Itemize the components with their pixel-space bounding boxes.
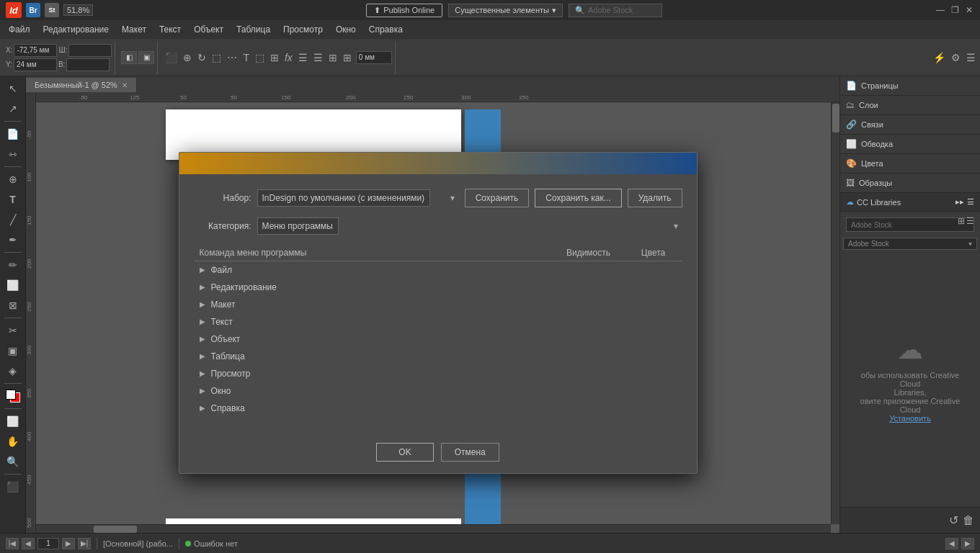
menu-window[interactable]: Окно	[330, 22, 362, 37]
scrollbar-horizontal[interactable]	[36, 524, 831, 533]
table-row[interactable]: ▶ Объект	[194, 331, 682, 348]
tool-icon-4[interactable]: ⋯	[226, 50, 239, 65]
align-center-btn[interactable]: ▣	[138, 51, 154, 64]
pencil-tool[interactable]: ✏	[3, 256, 23, 274]
workspace-selector[interactable]: Существенные элементы ▾	[448, 4, 563, 17]
gradient-swatch[interactable]: ◈	[3, 361, 23, 380]
cut-tool-alt[interactable]: ⬛	[3, 477, 23, 496]
adobe-stock-search[interactable]: 🔍 Adobe Stock	[569, 4, 662, 17]
table-row[interactable]: ▶ Просмотр	[194, 365, 682, 382]
scrollbar-thumb-v[interactable]	[832, 104, 839, 132]
preset-select[interactable]: InDesign по умолчанию (с изменениями)	[257, 189, 430, 207]
tool-icon-9[interactable]: ☰	[312, 50, 324, 65]
first-page-button[interactable]: |◀	[6, 538, 19, 549]
stroke-panel-header[interactable]: ⬜ Обводка	[840, 135, 980, 153]
delete-button[interactable]: Удалить	[628, 189, 682, 207]
tool-icon-1[interactable]: ⬛	[164, 50, 179, 65]
next-page-button[interactable]: ▶	[62, 538, 75, 549]
bridge-icon[interactable]: Br	[26, 3, 40, 17]
tool-icon-10[interactable]: ⊞	[327, 50, 339, 65]
table-row[interactable]: ▶ Окно	[194, 382, 682, 400]
menu-view[interactable]: Просмотр	[277, 22, 329, 37]
menu-row-item[interactable]: ▶ Текст	[200, 317, 547, 327]
close-button[interactable]: ✕	[964, 5, 974, 15]
tool-icon-7[interactable]: ⊞	[269, 50, 280, 65]
scrollbar-thumb-h[interactable]	[94, 526, 137, 533]
select-tool[interactable]: ↖	[3, 79, 23, 98]
menu-table[interactable]: Таблица	[231, 22, 276, 37]
cc-search-input[interactable]	[846, 217, 974, 232]
table-row[interactable]: ▶ Таблица	[194, 348, 682, 365]
shape-tool[interactable]: ⬜	[3, 276, 23, 295]
cc-list-view[interactable]: ☰	[966, 216, 974, 228]
cc-refresh-button[interactable]: ↺	[949, 513, 958, 527]
cc-menu-icon[interactable]: ☰	[967, 197, 974, 207]
view-mode[interactable]: ⬜	[3, 412, 23, 431]
menu-layout[interactable]: Макет	[116, 22, 152, 37]
type-tool[interactable]: T	[3, 190, 23, 209]
pen-tool[interactable]: ✒	[3, 230, 23, 249]
page-input[interactable]	[37, 538, 59, 549]
menu-row-item[interactable]: ▶ Объект	[200, 334, 547, 344]
color-swatch[interactable]	[3, 387, 23, 405]
stock-icon[interactable]: St	[45, 3, 59, 17]
hand-tool[interactable]: ✋	[3, 432, 23, 451]
menu-row-item[interactable]: ▶ Редактирование	[200, 282, 547, 292]
save-button[interactable]: Сохранить	[465, 189, 530, 207]
tool-icon-2[interactable]: ⊕	[182, 50, 193, 65]
cc-grid-view[interactable]: ⊞	[958, 216, 965, 228]
menu-row-item[interactable]: ▶ Таблица	[200, 351, 547, 361]
swatches-panel-header[interactable]: 🖼 Образцы	[840, 174, 980, 192]
cancel-button[interactable]: Отмена	[441, 443, 499, 462]
settings-icon[interactable]: ⚙	[950, 50, 962, 65]
table-row[interactable]: ▶ Макет	[194, 296, 682, 313]
table-row[interactable]: ▶ Файл	[194, 261, 682, 279]
cc-expand-icon[interactable]: ▸▸	[956, 197, 964, 207]
save-as-button[interactable]: Сохранить как...	[535, 189, 621, 207]
document-tab[interactable]: Безымянный-1 @ 52% ✕	[26, 78, 137, 92]
x-input[interactable]	[14, 44, 57, 57]
prev-page-button[interactable]: ◀	[22, 538, 35, 549]
category-select[interactable]: Меню программы	[257, 217, 339, 235]
menu-help[interactable]: Справка	[363, 22, 409, 37]
zoom-display[interactable]: 51,8%	[63, 4, 93, 16]
frame-tool[interactable]: ⊠	[3, 296, 23, 315]
publish-online-button[interactable]: ⬆ Publish Online	[366, 4, 442, 17]
direct-select-tool[interactable]: ↗	[3, 99, 23, 118]
pages-panel-header[interactable]: 📄 Страницы	[840, 76, 980, 95]
line-tool[interactable]: ╱	[3, 210, 23, 229]
tab-close-button[interactable]: ✕	[122, 81, 128, 89]
last-page-button[interactable]: ▶|	[78, 538, 91, 549]
table-row[interactable]: ▶ Справка	[194, 400, 682, 417]
rotate-icon[interactable]: ↻	[196, 50, 208, 65]
menu-row-item[interactable]: ▶ Просмотр	[200, 369, 547, 379]
scissors-tool[interactable]: ✂	[3, 321, 23, 340]
menu-row-item[interactable]: ▶ Окно	[200, 386, 547, 396]
y-input[interactable]	[14, 58, 57, 71]
gradient-tool[interactable]: ▣	[3, 341, 23, 360]
tool-icon-6[interactable]: ⬚	[254, 50, 266, 65]
lightning-icon[interactable]: ⚡	[932, 50, 947, 65]
hamburger-icon[interactable]: ☰	[965, 50, 977, 65]
menu-edit[interactable]: Редактирование	[37, 22, 115, 37]
table-row[interactable]: ▶ Редактирование	[194, 279, 682, 296]
page-tool[interactable]: 📄	[3, 125, 23, 143]
restore-button[interactable]: ❐	[950, 5, 960, 15]
canvas-area[interactable]: Безымянный-1 @ 52% ✕ -50 125 50 50 150 2…	[26, 76, 839, 533]
value-input[interactable]	[356, 51, 392, 64]
tool-icon-5[interactable]: T	[241, 50, 251, 65]
cc-dropdown[interactable]: Adobe Stock ▾	[843, 238, 977, 250]
ok-button[interactable]: OK	[376, 443, 433, 462]
fx-icon[interactable]: fx	[283, 50, 294, 65]
menu-object[interactable]: Объект	[188, 22, 229, 37]
align-left-btn[interactable]: ◧	[121, 51, 137, 64]
cc-delete-button[interactable]: 🗑	[963, 514, 974, 527]
cc-install-link[interactable]: Установить	[889, 414, 931, 423]
tool-icon-11[interactable]: ⊞	[342, 50, 353, 65]
content-collector[interactable]: ⊕	[3, 170, 23, 189]
statusbar-next[interactable]: ▶	[961, 538, 974, 549]
table-row[interactable]: ▶ Текст	[194, 313, 682, 331]
color-panel-header[interactable]: 🎨 Цвета	[840, 154, 980, 173]
links-panel-header[interactable]: 🔗 Связи	[840, 115, 980, 134]
h-input[interactable]	[66, 58, 110, 71]
